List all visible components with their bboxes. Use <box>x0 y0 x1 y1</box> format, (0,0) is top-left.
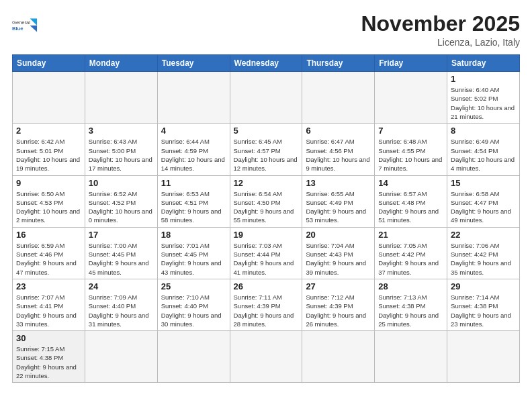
calendar-week-row: 1Sunrise: 6:40 AM Sunset: 5:02 PM Daylig… <box>13 72 520 124</box>
table-row: 28Sunrise: 7:13 AM Sunset: 4:38 PM Dayli… <box>375 279 447 330</box>
cell-sun-info: Sunrise: 7:00 AM Sunset: 4:45 PM Dayligh… <box>89 241 154 277</box>
page: GeneralBlue November 2025 Licenza, Lazio… <box>0 0 532 411</box>
cell-day-number: 20 <box>306 230 371 240</box>
cell-day-number: 2 <box>16 126 81 136</box>
location-subtitle: Licenza, Lazio, Italy <box>361 37 520 48</box>
cell-day-number: 28 <box>378 281 443 291</box>
cell-sun-info: Sunrise: 7:03 AM Sunset: 4:44 PM Dayligh… <box>234 241 299 277</box>
cell-sun-info: Sunrise: 6:44 AM Sunset: 4:59 PM Dayligh… <box>161 137 226 173</box>
header: GeneralBlue November 2025 Licenza, Lazio… <box>12 12 520 48</box>
cell-day-number: 26 <box>234 281 299 291</box>
table-row: 5Sunrise: 6:45 AM Sunset: 4:57 PM Daylig… <box>230 124 302 175</box>
calendar-week-row: 9Sunrise: 6:50 AM Sunset: 4:53 PM Daylig… <box>13 175 520 227</box>
table-row <box>302 72 375 124</box>
cell-sun-info: Sunrise: 7:05 AM Sunset: 4:42 PM Dayligh… <box>378 241 443 277</box>
table-row: 6Sunrise: 6:47 AM Sunset: 4:56 PM Daylig… <box>302 124 375 175</box>
cell-sun-info: Sunrise: 6:40 AM Sunset: 5:02 PM Dayligh… <box>451 85 516 121</box>
cell-sun-info: Sunrise: 6:47 AM Sunset: 4:56 PM Dayligh… <box>306 137 371 173</box>
table-row <box>85 331 157 383</box>
table-row: 26Sunrise: 7:11 AM Sunset: 4:39 PM Dayli… <box>230 279 302 330</box>
table-row <box>375 331 447 383</box>
table-row: 1Sunrise: 6:40 AM Sunset: 5:02 PM Daylig… <box>447 72 520 124</box>
cell-day-number: 22 <box>451 230 516 240</box>
table-row: 17Sunrise: 7:00 AM Sunset: 4:45 PM Dayli… <box>85 227 157 279</box>
cell-day-number: 19 <box>234 230 299 240</box>
cell-day-number: 9 <box>16 178 81 188</box>
table-row: 15Sunrise: 6:58 AM Sunset: 4:47 PM Dayli… <box>447 175 520 227</box>
cell-day-number: 16 <box>16 230 81 240</box>
cell-day-number: 3 <box>89 126 154 136</box>
table-row: 30Sunrise: 7:15 AM Sunset: 4:38 PM Dayli… <box>13 331 85 383</box>
svg-marker-2 <box>30 19 37 26</box>
col-monday: Monday <box>85 55 157 72</box>
cell-day-number: 8 <box>451 126 516 136</box>
cell-day-number: 30 <box>16 333 81 343</box>
col-tuesday: Tuesday <box>157 55 230 72</box>
cell-sun-info: Sunrise: 6:48 AM Sunset: 4:55 PM Dayligh… <box>378 137 443 173</box>
table-row <box>230 331 302 383</box>
table-row: 13Sunrise: 6:55 AM Sunset: 4:49 PM Dayli… <box>302 175 375 227</box>
cell-sun-info: Sunrise: 6:54 AM Sunset: 4:50 PM Dayligh… <box>234 189 299 225</box>
cell-sun-info: Sunrise: 6:53 AM Sunset: 4:51 PM Dayligh… <box>161 189 226 225</box>
table-row: 23Sunrise: 7:07 AM Sunset: 4:41 PM Dayli… <box>13 279 85 330</box>
cell-sun-info: Sunrise: 7:06 AM Sunset: 4:42 PM Dayligh… <box>451 241 516 277</box>
table-row: 14Sunrise: 6:57 AM Sunset: 4:48 PM Dayli… <box>375 175 447 227</box>
cell-sun-info: Sunrise: 7:12 AM Sunset: 4:39 PM Dayligh… <box>306 293 371 328</box>
table-row: 20Sunrise: 7:04 AM Sunset: 4:43 PM Dayli… <box>302 227 375 279</box>
col-friday: Friday <box>375 55 447 72</box>
cell-sun-info: Sunrise: 6:49 AM Sunset: 4:54 PM Dayligh… <box>451 137 516 173</box>
table-row: 25Sunrise: 7:10 AM Sunset: 4:40 PM Dayli… <box>157 279 230 330</box>
cell-sun-info: Sunrise: 7:11 AM Sunset: 4:39 PM Dayligh… <box>234 293 299 328</box>
table-row: 29Sunrise: 7:14 AM Sunset: 4:38 PM Dayli… <box>447 279 520 330</box>
table-row <box>230 72 302 124</box>
cell-sun-info: Sunrise: 6:59 AM Sunset: 4:46 PM Dayligh… <box>16 241 81 277</box>
svg-text:Blue: Blue <box>12 26 23 32</box>
table-row: 3Sunrise: 6:43 AM Sunset: 5:00 PM Daylig… <box>85 124 157 175</box>
calendar-table: Sunday Monday Tuesday Wednesday Thursday… <box>12 54 520 383</box>
table-row: 10Sunrise: 6:52 AM Sunset: 4:52 PM Dayli… <box>85 175 157 227</box>
table-row: 18Sunrise: 7:01 AM Sunset: 4:45 PM Dayli… <box>157 227 230 279</box>
svg-text:General: General <box>12 19 30 26</box>
table-row: 2Sunrise: 6:42 AM Sunset: 5:01 PM Daylig… <box>13 124 85 175</box>
table-row <box>447 331 520 383</box>
cell-sun-info: Sunrise: 7:13 AM Sunset: 4:38 PM Dayligh… <box>378 293 443 328</box>
cell-day-number: 1 <box>451 74 516 84</box>
cell-sun-info: Sunrise: 6:57 AM Sunset: 4:48 PM Dayligh… <box>378 189 443 225</box>
cell-sun-info: Sunrise: 7:10 AM Sunset: 4:40 PM Dayligh… <box>161 293 226 328</box>
table-row: 8Sunrise: 6:49 AM Sunset: 4:54 PM Daylig… <box>447 124 520 175</box>
cell-day-number: 14 <box>378 178 443 188</box>
calendar-week-row: 23Sunrise: 7:07 AM Sunset: 4:41 PM Dayli… <box>13 279 520 330</box>
calendar-header-row: Sunday Monday Tuesday Wednesday Thursday… <box>13 55 520 72</box>
cell-day-number: 4 <box>161 126 226 136</box>
cell-sun-info: Sunrise: 7:04 AM Sunset: 4:43 PM Dayligh… <box>306 241 371 277</box>
cell-sun-info: Sunrise: 7:15 AM Sunset: 4:38 PM Dayligh… <box>16 345 81 380</box>
table-row: 12Sunrise: 6:54 AM Sunset: 4:50 PM Dayli… <box>230 175 302 227</box>
cell-sun-info: Sunrise: 7:07 AM Sunset: 4:41 PM Dayligh… <box>16 293 81 328</box>
table-row <box>375 72 447 124</box>
calendar-week-row: 30Sunrise: 7:15 AM Sunset: 4:38 PM Dayli… <box>13 331 520 383</box>
cell-day-number: 11 <box>161 178 226 188</box>
cell-sun-info: Sunrise: 7:09 AM Sunset: 4:40 PM Dayligh… <box>89 293 154 328</box>
cell-day-number: 25 <box>161 281 226 291</box>
col-thursday: Thursday <box>302 55 375 72</box>
table-row: 24Sunrise: 7:09 AM Sunset: 4:40 PM Dayli… <box>85 279 157 330</box>
table-row: 7Sunrise: 6:48 AM Sunset: 4:55 PM Daylig… <box>375 124 447 175</box>
calendar-week-row: 16Sunrise: 6:59 AM Sunset: 4:46 PM Dayli… <box>13 227 520 279</box>
table-row <box>157 72 230 124</box>
col-saturday: Saturday <box>447 55 520 72</box>
table-row: 4Sunrise: 6:44 AM Sunset: 4:59 PM Daylig… <box>157 124 230 175</box>
table-row: 21Sunrise: 7:05 AM Sunset: 4:42 PM Dayli… <box>375 227 447 279</box>
cell-day-number: 15 <box>451 178 516 188</box>
cell-day-number: 7 <box>378 126 443 136</box>
col-sunday: Sunday <box>13 55 85 72</box>
month-title: November 2025 <box>361 12 520 36</box>
cell-sun-info: Sunrise: 6:58 AM Sunset: 4:47 PM Dayligh… <box>451 189 516 225</box>
cell-day-number: 27 <box>306 281 371 291</box>
cell-sun-info: Sunrise: 6:55 AM Sunset: 4:49 PM Dayligh… <box>306 189 371 225</box>
cell-day-number: 29 <box>451 281 516 291</box>
cell-sun-info: Sunrise: 6:45 AM Sunset: 4:57 PM Dayligh… <box>234 137 299 173</box>
cell-sun-info: Sunrise: 7:01 AM Sunset: 4:45 PM Dayligh… <box>161 241 226 277</box>
svg-marker-3 <box>30 26 37 32</box>
cell-day-number: 6 <box>306 126 371 136</box>
table-row: 22Sunrise: 7:06 AM Sunset: 4:42 PM Dayli… <box>447 227 520 279</box>
